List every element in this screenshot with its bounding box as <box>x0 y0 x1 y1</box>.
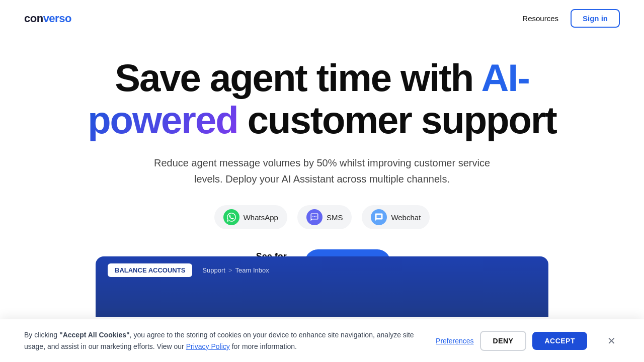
cookie-text-suffix: for more information. <box>230 342 297 350</box>
cookie-bold: "Accept All Cookies" <box>59 331 130 339</box>
hero-subtitle: Reduce agent message volumes by 50% whil… <box>141 155 503 187</box>
hero-title-blue: AI- <box>481 56 529 99</box>
whatsapp-label: WhatsApp <box>244 213 278 222</box>
preview-support-nav: Support > Team Inbox <box>202 266 269 274</box>
cookie-text-prefix: By clicking <box>24 331 59 339</box>
logo: converso <box>24 12 71 25</box>
accept-button[interactable]: ACCEPT <box>532 332 587 350</box>
nav-resources-link[interactable]: Resources <box>522 14 558 23</box>
channel-sms: SMS <box>297 205 352 229</box>
hero-title-powered: powered <box>88 99 238 141</box>
navbar: converso Resources Sign in <box>0 0 644 37</box>
close-cookie-button[interactable]: ✕ <box>603 334 620 348</box>
signin-button[interactable]: Sign in <box>571 9 620 28</box>
channel-whatsapp: WhatsApp <box>214 205 287 229</box>
webchat-icon <box>371 209 387 225</box>
hero-title-part3: customer support <box>238 99 556 141</box>
preview-badge: BALANCE ACCOUNTS <box>108 263 192 277</box>
nav-right: Resources Sign in <box>522 9 620 28</box>
privacy-policy-link[interactable]: Privacy Policy <box>186 342 230 350</box>
preferences-button[interactable]: Preferences <box>436 337 473 345</box>
hero-section: Save agent time with AI- powered custome… <box>0 37 644 276</box>
cookie-actions: Preferences DENY ACCEPT <box>436 331 587 351</box>
sms-icon <box>306 209 323 225</box>
channels-row: WhatsApp SMS Webchat <box>20 205 624 229</box>
hero-title: Save agent time with AI- powered custome… <box>20 57 624 141</box>
bottom-preview: BALANCE ACCOUNTS Support > Team Inbox <box>96 256 548 317</box>
sms-label: SMS <box>327 213 343 222</box>
cookie-text: By clicking "Accept All Cookies", you ag… <box>24 329 420 352</box>
webchat-label: Webchat <box>391 213 421 222</box>
channel-webchat: Webchat <box>362 205 430 229</box>
deny-button[interactable]: DENY <box>480 331 527 351</box>
cookie-banner: By clicking "Accept All Cookies", you ag… <box>0 319 644 362</box>
whatsapp-icon <box>223 209 239 225</box>
hero-title-part1: Save agent time with <box>115 56 481 99</box>
